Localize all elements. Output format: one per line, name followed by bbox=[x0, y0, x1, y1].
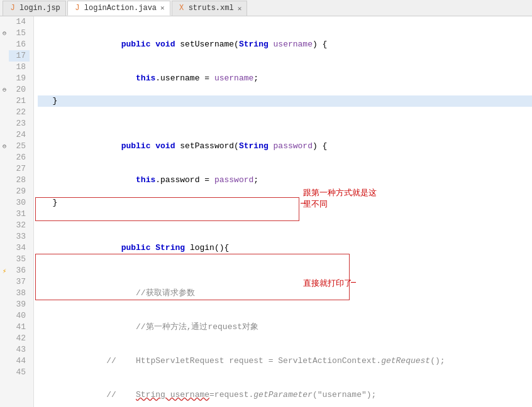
tab-label-struts-xml: struts.xml bbox=[189, 4, 234, 13]
code-line-28: //第一种方法,通过request对象 bbox=[38, 310, 532, 344]
tab-struts-xml[interactable]: X struts.xml ✕ bbox=[172, 1, 248, 16]
code-line-25: public String login(){ bbox=[38, 231, 532, 265]
code-line-23 bbox=[38, 209, 532, 220]
java-icon: J bbox=[73, 4, 82, 13]
code-line-26 bbox=[38, 265, 532, 276]
code-line-29: // HttpServletRequest request = ServletA… bbox=[38, 344, 532, 378]
tab-bar: J login.jsp J loginAction.java ✕ X strut… bbox=[0, 0, 532, 16]
code-line-22: } bbox=[38, 197, 532, 209]
tab-loginaction-java[interactable]: J loginAction.java ✕ bbox=[67, 1, 170, 16]
code-line-27: //获取请求参数 bbox=[38, 276, 532, 310]
code-text[interactable]: public void setUsername(String username)… bbox=[34, 16, 532, 407]
tab-label-login-jsp: login.jsp bbox=[19, 4, 60, 13]
annotation-bubble-2: 直接就打印了 bbox=[303, 278, 352, 289]
annotation-bubble-1: 跟第一种方式就是这 里不同 bbox=[303, 187, 377, 210]
code-line-16: this.username = username; bbox=[38, 62, 532, 95]
annotation-arrow-1 bbox=[301, 203, 306, 204]
code-line-15: public void setUsername(String username)… bbox=[38, 28, 532, 62]
code-line-19 bbox=[38, 118, 532, 129]
xml-icon: X bbox=[177, 4, 186, 13]
ide-window: J login.jsp J loginAction.java ✕ X strut… bbox=[0, 0, 532, 407]
tab-close-struts[interactable]: ✕ bbox=[238, 4, 242, 13]
code-line-18 bbox=[38, 107, 532, 118]
annotation-arrow-2 bbox=[351, 282, 356, 283]
code-line-20: public void setPassword(String password)… bbox=[38, 129, 532, 163]
tab-label-loginaction-java: loginAction.java bbox=[84, 4, 157, 13]
jsp-icon: J bbox=[8, 4, 17, 13]
gutter: ⊖ ⊖ ⊖ bbox=[0, 16, 9, 407]
line-numbers: 14 15 16 17 18 19 20 21 22 23 24 25 26 2… bbox=[9, 16, 34, 407]
code-line-17: } bbox=[38, 95, 532, 107]
tab-close-loginaction[interactable]: ✕ bbox=[160, 4, 165, 12]
tab-login-jsp[interactable]: J login.jsp bbox=[3, 1, 66, 16]
code-line-30: // String username=request.getParameter(… bbox=[38, 378, 532, 407]
code-line-21: this.password = password; bbox=[38, 163, 532, 197]
code-line-24 bbox=[38, 220, 532, 231]
code-editor: ⊖ ⊖ ⊖ bbox=[0, 16, 532, 407]
code-line-14 bbox=[38, 16, 532, 28]
